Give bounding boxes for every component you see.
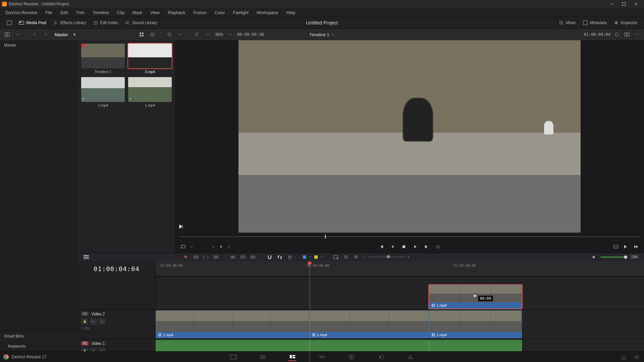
source-timecode[interactable]: 00:00:09:38 [237, 32, 264, 37]
menu-color[interactable]: Color [211, 9, 228, 16]
track-lock-button[interactable]: 🔒 [81, 318, 88, 324]
viewer-canvas[interactable] [238, 40, 581, 233]
chevron-down-icon[interactable] [320, 256, 323, 258]
volume-slider[interactable] [600, 256, 627, 258]
selection-tool[interactable] [182, 253, 190, 261]
clip-v1-1[interactable]: ⛓1.mp4 [156, 310, 310, 338]
clip-thumb-timeline1[interactable]: Timeline 1 [81, 44, 125, 74]
menu-timeline[interactable]: Timeline [89, 9, 112, 16]
clip-v1-2[interactable]: ⛓1.mp4 [310, 310, 429, 338]
next-mark-button[interactable]: › [225, 243, 232, 250]
menu-playback[interactable]: Playback [164, 9, 189, 16]
bin-view-button[interactable] [3, 31, 11, 38]
chevron-down-icon[interactable] [309, 256, 312, 258]
home-button[interactable] [620, 353, 628, 361]
list-view-button[interactable] [149, 31, 156, 38]
metadata-toggle[interactable]: Metadata [579, 19, 610, 27]
dynamic-trim-tool[interactable] [202, 253, 210, 261]
find-button[interactable] [332, 253, 340, 261]
timeline-timecode[interactable]: 01:00:04:04 [78, 261, 155, 277]
track-disable-button[interactable]: ▭ [99, 318, 105, 324]
sidebar-item-keywords[interactable]: Keywords [0, 341, 78, 351]
timeline-ruler[interactable]: 01:00:00:00 01:00:04:00 01:00:08:00 [156, 261, 644, 277]
viewer-scrubber[interactable] [175, 233, 644, 241]
scrubber-playhead[interactable] [325, 235, 326, 239]
prev-mark-button[interactable]: ‹ [210, 243, 217, 250]
clip-thumb-2mp4[interactable]: ♪ 2.mp4 [81, 77, 125, 107]
full-extent-button[interactable] [612, 243, 619, 250]
sort-button[interactable] [194, 31, 201, 38]
menu-fusion[interactable]: Fusion [190, 9, 210, 16]
dual-view-button[interactable] [623, 31, 631, 38]
insert-clip-button[interactable] [229, 253, 236, 261]
menu-workspace[interactable]: Workspace [253, 9, 282, 16]
trim-tool[interactable] [192, 253, 200, 261]
menu-resolve[interactable]: DaVinci Resolve [2, 9, 41, 16]
blade-tool[interactable] [212, 253, 220, 261]
last-frame-button[interactable] [623, 243, 629, 250]
dim-button[interactable]: DIM [630, 254, 639, 259]
maximize-button[interactable] [618, 0, 630, 8]
close-button[interactable] [630, 0, 642, 8]
chevron-down-icon[interactable] [14, 31, 21, 38]
clip-thumb-1mp4[interactable]: ♪ 1.mp4 [128, 77, 172, 107]
mixer-toggle[interactable]: Mixer [555, 19, 579, 27]
track-auto-select-button[interactable]: ▭ [90, 318, 97, 324]
nav-fusion-page[interactable] [318, 353, 326, 361]
timeline-tracks[interactable]: 01:00:00:00 01:00:04:00 01:00:08:00 ⛓1.m… [156, 261, 644, 362]
edit-index-toggle[interactable]: Edit Index [90, 19, 121, 27]
menu-help[interactable]: Help [283, 9, 299, 16]
nav-deliver-page[interactable] [407, 353, 415, 361]
zoom-in-button[interactable] [353, 253, 360, 261]
marker-button[interactable] [314, 255, 318, 259]
menu-view[interactable]: View [147, 9, 163, 16]
clip-thumb-3mp4[interactable]: 3.mp4 [128, 44, 172, 74]
menu-trim[interactable]: Trim [73, 9, 88, 16]
effects-library-toggle[interactable]: Effects Library [50, 19, 89, 27]
nav-cut-page[interactable] [259, 353, 267, 361]
menu-edit[interactable]: Edit [57, 9, 71, 16]
replace-clip-button[interactable] [249, 253, 257, 261]
nav-color-page[interactable] [347, 353, 356, 361]
more-icon[interactable]: ⋯ [633, 31, 641, 38]
track-lane-v2[interactable]: ⛓1.mp4 00:00 ➤ [156, 277, 644, 309]
chevron-down-icon[interactable] [226, 31, 234, 38]
skip-icon[interactable] [178, 224, 184, 229]
timeline-playhead[interactable] [310, 261, 310, 362]
thumb-view-button[interactable] [138, 31, 145, 38]
menu-mark[interactable]: Mark [129, 9, 146, 16]
menu-file[interactable]: File [42, 9, 56, 16]
timeline-name[interactable]: Timeline 1 [309, 32, 329, 37]
loop-button[interactable] [435, 243, 441, 250]
track-head-v2[interactable]: V2Video 2 🔒 ▭ ▭ 1 Clip [78, 309, 155, 339]
stop-button[interactable] [400, 243, 407, 250]
more-icon[interactable]: ⋯ [204, 31, 212, 38]
search-icon[interactable] [166, 31, 173, 38]
track-lane-v1[interactable]: ⛓1.mp4 ⛓1.mp4 ⛓1.mp4 [156, 309, 644, 339]
nav-edit-page[interactable] [288, 353, 297, 361]
next-frame-button[interactable] [423, 243, 430, 250]
nav-fairlight-page[interactable] [377, 353, 385, 361]
timeline-view-options-button[interactable] [83, 253, 90, 261]
link-button[interactable] [276, 253, 283, 261]
play-button[interactable] [412, 243, 419, 250]
first-frame-button[interactable] [378, 243, 384, 250]
sidebar-item-master[interactable]: Master [0, 40, 78, 50]
chevron-down-icon[interactable] [331, 33, 335, 36]
settings-button[interactable] [633, 353, 641, 361]
menu-clip[interactable]: Clip [114, 9, 128, 16]
zoom-out-button[interactable] [342, 253, 350, 261]
zoom-slider[interactable] [368, 256, 405, 257]
sound-library-toggle[interactable]: Sound Library [121, 19, 161, 27]
go-to-end-button[interactable] [633, 243, 639, 250]
media-pool-toggle[interactable]: Media Pool [15, 19, 50, 27]
nav-fwd-button[interactable] [42, 31, 49, 38]
overwrite-clip-button[interactable] [239, 253, 247, 261]
chevron-down-icon[interactable] [176, 31, 184, 38]
chevron-down-icon[interactable] [190, 245, 193, 248]
clip-v1-3[interactable]: ⛓1.mp4 [429, 310, 522, 338]
volume-icon[interactable] [590, 253, 598, 261]
breadcrumb[interactable]: Master [55, 32, 68, 37]
match-frame-button[interactable] [180, 243, 186, 250]
lock-button[interactable] [286, 253, 293, 261]
